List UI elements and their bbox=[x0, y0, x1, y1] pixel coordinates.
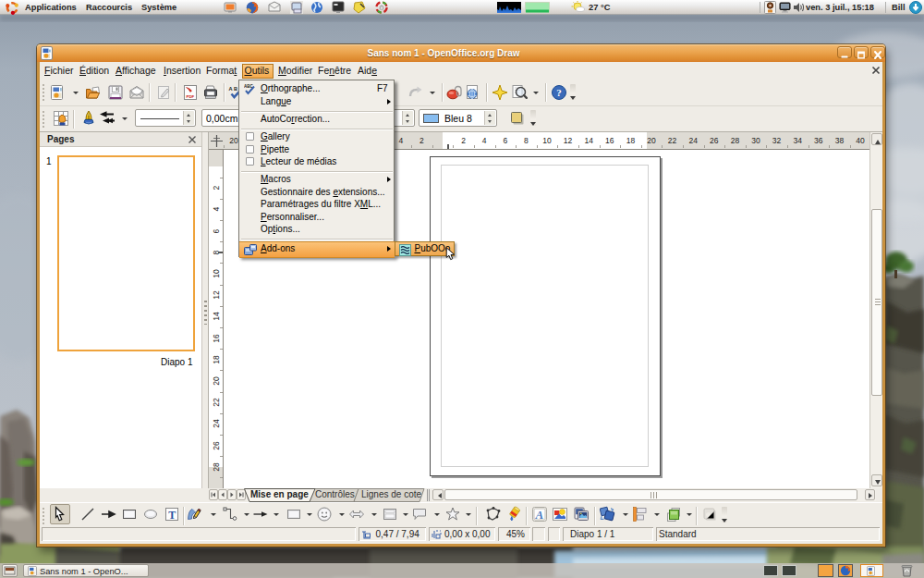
svg-text:PDF: PDF bbox=[187, 94, 195, 99]
svg-text:A: A bbox=[535, 508, 544, 522]
svg-text:T: T bbox=[168, 509, 176, 522]
svg-text:?: ? bbox=[556, 87, 562, 98]
